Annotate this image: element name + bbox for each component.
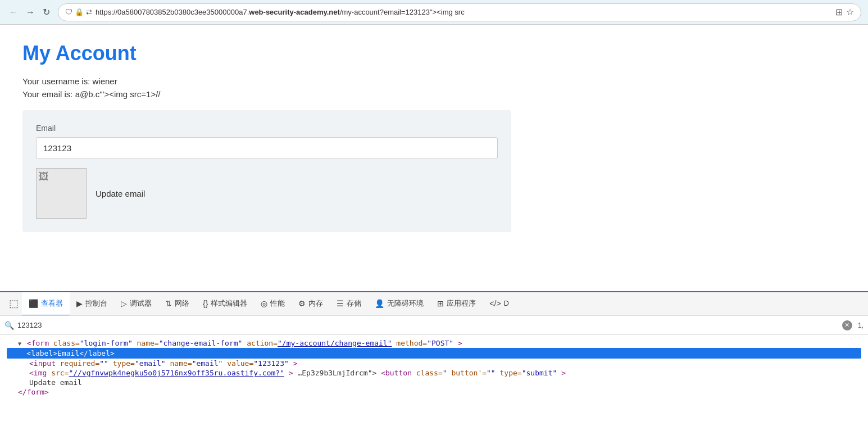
search-clear-button[interactable]: ✕ xyxy=(842,320,852,330)
devtools-search-bar: 🔍 ✕ 1, xyxy=(0,316,868,335)
lock-icon: 🔒 xyxy=(75,8,84,16)
qr-icon: ⊞ xyxy=(835,7,843,17)
application-icon: ⊞ xyxy=(437,299,444,308)
accessibility-icon: 👤 xyxy=(375,299,384,308)
d-icon: </> xyxy=(489,299,501,308)
console-tab-label: 控制台 xyxy=(85,298,107,309)
page-title: My Account xyxy=(22,42,846,65)
network-icon: ⇅ xyxy=(165,299,172,308)
bookmark-icon: ☆ xyxy=(846,7,854,17)
email-form-section: Email 🖼 Update email xyxy=(22,110,511,232)
back-button[interactable]: ← xyxy=(7,6,20,19)
url-domain: web-security-academy.net xyxy=(249,8,340,16)
d-tab-label: D xyxy=(504,299,509,307)
dom-line-form-close[interactable]: </form> xyxy=(7,387,861,397)
memory-icon: ⚙ xyxy=(298,299,306,308)
browser-chrome: ← → ↻ 🛡 🔒 ⇄ https://0a58007803852b0380c3… xyxy=(0,0,868,25)
nav-buttons: ← → ↻ xyxy=(7,6,52,19)
devtools-tab-console[interactable]: ▶ 控制台 xyxy=(70,292,114,316)
devtools-tabs: ⬚ ⬛ 查看器 ▶ 控制台 ▷ 调试器 ⇅ 网络 {} 样式编辑器 ◎ 性能 ⚙… xyxy=(0,292,868,316)
dom-line-update-text: Update email xyxy=(7,378,861,387)
devtools-tab-debugger[interactable]: ▷ 调试器 xyxy=(114,292,158,316)
storage-icon: ☰ xyxy=(337,299,344,308)
devtools-tab-application[interactable]: ⊞ 应用程序 xyxy=(430,292,483,316)
security-icons: 🛡 🔒 ⇄ xyxy=(65,8,92,16)
style-editor-tab-label: 样式编辑器 xyxy=(211,298,247,309)
devtools-tab-storage[interactable]: ☰ 存储 xyxy=(330,292,368,316)
search-icon: 🔍 xyxy=(4,321,14,330)
devtools-tab-style-editor[interactable]: {} 样式编辑器 xyxy=(196,292,254,316)
page-content: My Account Your username is: wiener Your… xyxy=(0,25,868,291)
email-label: Email xyxy=(36,124,498,133)
devtools-search-input[interactable] xyxy=(17,321,839,329)
debugger-icon: ▷ xyxy=(121,299,127,308)
dom-content: ▼ <form class="login-form" name="change-… xyxy=(0,335,868,435)
devtools-tab-inspector-icon[interactable]: ⬚ xyxy=(2,292,22,316)
expand-triangle: ▼ xyxy=(18,341,21,347)
url-prefix: https://0a58007803852b0380c3ee35000000a7… xyxy=(96,8,249,16)
email-input[interactable] xyxy=(36,137,498,159)
tracking-icon: ⇄ xyxy=(86,8,92,16)
dom-line-form[interactable]: ▼ <form class="login-form" name="change-… xyxy=(7,338,861,348)
dom-line-img[interactable]: <img src="//vgfnvwpk4negku5o0j5716nx9off… xyxy=(7,368,861,378)
devtools-panel: ⬚ ⬛ 查看器 ▶ 控制台 ▷ 调试器 ⇅ 网络 {} 样式编辑器 ◎ 性能 ⚙… xyxy=(0,291,868,435)
memory-tab-label: 内存 xyxy=(308,298,323,309)
form-bottom: 🖼 Update email xyxy=(36,168,498,219)
reload-button[interactable]: ↻ xyxy=(40,6,52,19)
devtools-tab-memory[interactable]: ⚙ 内存 xyxy=(292,292,330,316)
devtools-tab-d[interactable]: </> D xyxy=(483,292,516,316)
accessibility-tab-label: 无障碍环境 xyxy=(387,298,424,309)
devtools-tab-performance[interactable]: ◎ 性能 xyxy=(254,292,292,316)
forward-button[interactable]: → xyxy=(24,6,37,19)
inspector-icon: ⬛ xyxy=(29,299,38,308)
broken-image-icon: 🖼 xyxy=(39,171,49,183)
address-bar[interactable]: 🛡 🔒 ⇄ https://0a58007803852b0380c3ee3500… xyxy=(58,3,861,21)
username-info: Your username is: wiener xyxy=(22,76,846,86)
url-path: /my-account?email=123123"><img src xyxy=(340,8,465,16)
dom-line-input[interactable]: <input required="" type="email" name="em… xyxy=(7,359,861,368)
dom-line-label[interactable]: <label>Email</label> xyxy=(7,348,861,359)
inspector-tab-label: 查看器 xyxy=(41,298,63,309)
search-count: 1, xyxy=(858,321,864,329)
network-tab-label: 网络 xyxy=(175,298,189,309)
shield-icon: 🛡 xyxy=(65,8,72,16)
update-email-button[interactable]: Update email xyxy=(96,189,145,198)
performance-tab-label: 性能 xyxy=(270,298,285,309)
performance-icon: ◎ xyxy=(261,299,267,308)
style-editor-icon: {} xyxy=(203,299,208,308)
email-info: Your email is: a@b.c'"><img src=1>// xyxy=(22,89,846,99)
address-text: https://0a58007803852b0380c3ee35000000a7… xyxy=(96,8,832,16)
devtools-tab-network[interactable]: ⇅ 网络 xyxy=(158,292,196,316)
console-icon: ▶ xyxy=(76,299,83,308)
devtools-tab-inspector[interactable]: ⬛ 查看器 xyxy=(22,292,70,316)
debugger-tab-label: 调试器 xyxy=(130,298,152,309)
application-tab-label: 应用程序 xyxy=(447,298,476,309)
devtools-tab-accessibility[interactable]: 👤 无障碍环境 xyxy=(368,292,430,316)
storage-tab-label: 存储 xyxy=(347,298,361,309)
broken-image: 🖼 xyxy=(36,168,87,219)
